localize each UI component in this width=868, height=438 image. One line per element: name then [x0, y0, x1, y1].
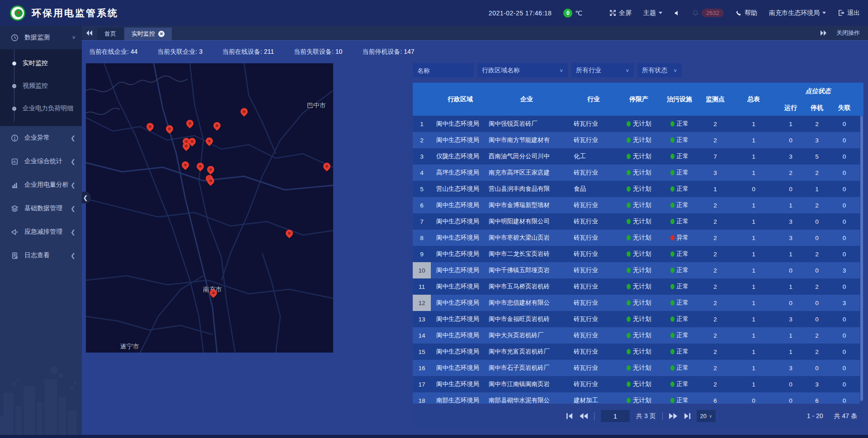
status-dot-icon [670, 170, 675, 175]
cell-run: 0 [776, 267, 805, 274]
table-row[interactable]: 8阆中生态环境局阆中市枣碧大梁山页岩砖瓦行业无计划异常21300 [413, 230, 860, 246]
map-panel[interactable]: 巴中市南充市遂宁市 [86, 63, 333, 353]
sidebar-item-0-1[interactable]: 视频监控 [0, 75, 82, 97]
table-row[interactable]: 16阆中生态环境局阆中市石子页岩机砖厂砖瓦行业无计划正常21300 [413, 360, 860, 376]
cell-facility-status: 正常 [660, 396, 699, 404]
first-page-button[interactable] [566, 413, 573, 419]
filter-bar: 行政区域名称∨ 所有行业∨ 所有状态∨ [413, 63, 863, 77]
page-number-input[interactable] [601, 410, 630, 422]
cell-facility-status: 正常 [660, 250, 699, 258]
cell-index: 6 [413, 197, 431, 213]
sidebar-group-3[interactable]: 企业用电量分析❮ [0, 173, 82, 197]
theme-dropdown[interactable]: 主题 [643, 9, 662, 17]
prev-page-button[interactable] [580, 413, 588, 419]
cell-industry: 建材加工 [569, 396, 618, 404]
status-select[interactable]: 所有状态∨ [637, 63, 682, 77]
cell-points: 2 [699, 267, 731, 274]
table-row[interactable]: 18南部生态环境局南部县砌华水泥有限公建材加工无计划正常60060 [413, 392, 860, 404]
tabs-scroll-right-button[interactable] [820, 30, 826, 36]
table-row[interactable]: 1阆中生态环境局阆中强锐页岩砖厂砖瓦行业无计划正常21120 [413, 116, 860, 132]
sidebar-group-2[interactable]: 企业综合统计❮ [0, 150, 82, 173]
status-dot-icon [670, 121, 675, 127]
sidebar-group-6[interactable]: 日志查看❮ [0, 244, 82, 267]
cell-points: 2 [699, 137, 731, 144]
pagination-bar: 共 3 页 20∨ 1 - 20 共 47 条 [413, 404, 863, 429]
sidebar-group-5[interactable]: 应急减排管理❮ [0, 220, 82, 244]
logout-button[interactable]: 退出 [838, 9, 860, 17]
table-row[interactable]: 17阆中生态环境局阆中市江南镇阆南页岩砖瓦行业无计划正常21030 [413, 376, 860, 392]
stats-icon [11, 158, 19, 165]
tabs-scroll-left-button[interactable] [82, 26, 97, 40]
cell-lost: 0 [829, 202, 860, 209]
cell-points: 2 [699, 202, 731, 209]
cell-company: 阆中明阳建材有限公司 [484, 217, 569, 226]
table-row[interactable]: 14阆中生态环境局阆中大兴页岩机砖厂砖瓦行业无计划正常21120 [413, 327, 860, 344]
tab-home[interactable]: 首页 [97, 28, 123, 40]
cell-production-status: 无计划 [618, 331, 660, 339]
chevron-down-icon: ∨ [709, 414, 712, 419]
organization-dropdown[interactable]: 南充市生态环境局 [769, 9, 826, 17]
sidebar-item-0-0[interactable]: 实时监控 [0, 52, 82, 75]
cell-points: 2 [699, 349, 731, 355]
industry-select[interactable]: 所有行业∨ [571, 63, 634, 77]
notifications-button[interactable]: 2632 [692, 9, 724, 17]
cell-run: 3 [776, 153, 805, 160]
speaker-icon [674, 10, 680, 16]
page-size-select[interactable]: 20∨ [697, 410, 716, 422]
status-dot-icon [670, 268, 675, 273]
status-dot-icon [627, 284, 631, 289]
next-page-button[interactable] [669, 413, 677, 419]
table-row[interactable]: 7阆中生态环境局阆中明阳建材有限公司砖瓦行业无计划正常21300 [413, 213, 860, 230]
cell-region: 南部生态环境局 [431, 396, 484, 404]
sidebar-group-label: 应急减排管理 [24, 228, 62, 236]
app-root: 环保用电监管系统 2021-02-25 17:46:18 0 ℃ 全屏 主题 [0, 0, 868, 438]
sidebar-item-0-2[interactable]: 企业电力负荷明细 [0, 97, 82, 120]
table-row[interactable]: 5营山生态环境局营山县润丰肉食品有限食品无计划正常10010 [413, 181, 860, 197]
map-roads-decoration [86, 63, 333, 353]
table-row[interactable]: 6阆中生态环境局阆中市金博瑞新型墙材砖瓦行业无计划正常21120 [413, 197, 860, 213]
sidebar-skyline-decoration [0, 361, 82, 438]
status-dot-icon [627, 365, 631, 371]
cell-company: 阆中市枣碧大梁山页岩 [484, 234, 569, 242]
cell-lost: 0 [829, 332, 860, 339]
cell-index: 4 [413, 165, 431, 181]
mute-button[interactable] [674, 10, 680, 16]
sidebar-group-1[interactable]: 企业异常❮ [0, 126, 82, 150]
table-scrollbar[interactable] [860, 116, 863, 404]
table-row[interactable]: 13阆中生态环境局阆中市金福旺页岩机砖砖瓦行业无计划正常21300 [413, 311, 860, 327]
table-row[interactable]: 3仪陇生态环境局西南油气田分公司川中化工无计划正常71350 [413, 148, 860, 165]
enterprise-table: 行政区域 企业 行业 停限产 治污设施 监测点 总表 点位状态 运行 停机 失联 [413, 83, 863, 404]
tab-realtime-monitor[interactable]: 实时监控 ✕ [124, 28, 172, 40]
table-row[interactable]: 9阆中生态环境局阆中市二龙长宝页岩砖砖瓦行业无计划正常21120 [413, 246, 860, 262]
tab-close-icon[interactable]: ✕ [158, 31, 165, 37]
cell-meter: 1 [731, 332, 776, 339]
last-page-button[interactable] [684, 413, 690, 419]
name-search-input[interactable] [413, 63, 474, 77]
region-select[interactable]: 行政区域名称∨ [477, 63, 568, 77]
cell-meter: 1 [731, 300, 776, 306]
cell-production-status: 无计划 [618, 234, 660, 242]
table-row[interactable]: 10阆中生态环境局阆中千佛镇五郎垭页岩砖瓦行业无计划正常21003 [413, 262, 860, 278]
table-row[interactable]: 4高坪生态环境局南充市高坪区王家店建砖瓦行业无计划正常31220 [413, 165, 860, 181]
chevron-down-icon: ∨ [625, 68, 629, 73]
cell-run: 1 [776, 283, 805, 290]
help-button[interactable]: 帮助 [736, 9, 757, 17]
col-header-production: 停限产 [618, 83, 660, 116]
table-row[interactable]: 2阆中生态环境局阆中市南方节能建材有砖瓦行业无计划正常21030 [413, 132, 860, 148]
table-row[interactable]: 11阆中生态环境局阆中市五马桥页岩机砖砖瓦行业无计划正常21120 [413, 278, 860, 295]
cell-run: 0 [776, 397, 805, 404]
total-records-label: 共 47 条 [834, 412, 857, 420]
cell-points: 2 [699, 381, 731, 388]
cell-facility-status: 正常 [660, 299, 699, 307]
table-row[interactable]: 12阆中生态环境局阆中市忠信建材有限公砖瓦行业无计划正常21003 [413, 295, 860, 311]
close-operations-button[interactable]: 关闭操作 [836, 29, 860, 37]
cell-industry: 砖瓦行业 [569, 234, 618, 242]
sidebar-group-0[interactable]: 数据监测˅ [0, 26, 82, 49]
table-row[interactable]: 15阆中生态环境局阆中市光富页岩机砖厂砖瓦行业无计划正常21120 [413, 344, 860, 360]
cell-lost: 0 [829, 349, 860, 355]
sidebar-group-4[interactable]: 基础数据管理❮ [0, 197, 82, 220]
cell-region: 阆中生态环境局 [431, 217, 484, 226]
fullscreen-icon [609, 9, 616, 16]
fullscreen-button[interactable]: 全屏 [609, 9, 632, 17]
cell-run: 0 [776, 137, 805, 144]
